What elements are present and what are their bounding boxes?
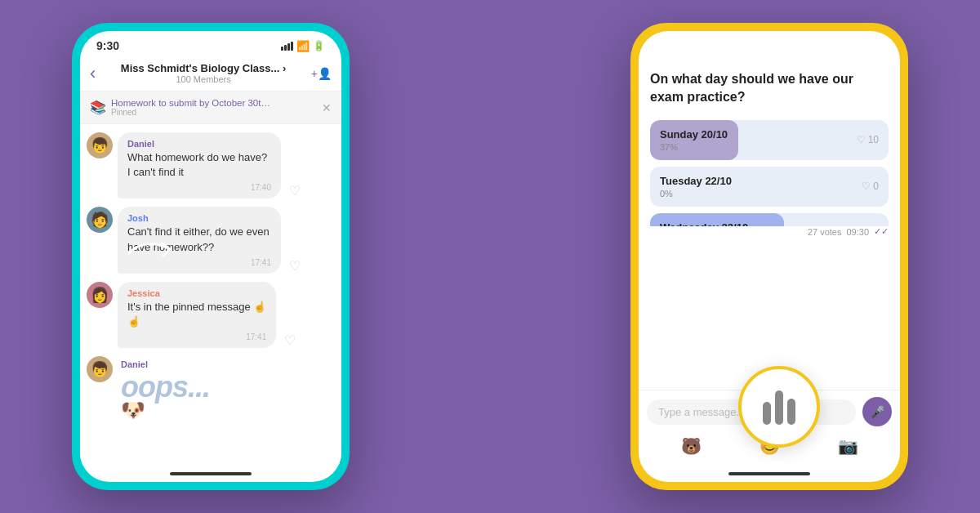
notch-left <box>162 31 260 49</box>
avatar-daniel: 👦 <box>87 132 113 158</box>
poll-option-content-2: Tuesday 22/10 0% ♡ 0 <box>660 175 879 199</box>
mic-bars <box>763 389 795 425</box>
header-title: Miss Schmidt's Biology Class... › <box>100 62 305 74</box>
wifi-icon: 📶 <box>296 40 310 52</box>
pinned-bar[interactable]: 📚 Homework to submit by October 30th: Pa… <box>80 91 341 124</box>
heart-button-1[interactable]: ♡ <box>289 183 301 199</box>
poll-label-1: Sunday 20/10 <box>660 128 728 141</box>
heart-button-2[interactable]: ♡ <box>289 258 301 274</box>
left-phone-inner: 9:30 📶 🔋 ‹ Miss Schmidt's Biology Cla <box>80 31 341 482</box>
camera-icon[interactable]: 📷 <box>838 436 858 456</box>
poll-time: 09:30 <box>846 227 869 237</box>
home-bar-right <box>728 472 810 475</box>
vote-count-1: 10 <box>868 134 879 145</box>
status-icons-left: 📶 🔋 <box>281 40 325 52</box>
pinned-content: 📚 Homework to submit by October 30th: Pa… <box>90 98 322 117</box>
poll-label-3: Wednesday 23/10 <box>660 221 748 226</box>
add-member-button[interactable]: +👤 <box>311 67 332 80</box>
mic-circle-button[interactable] <box>738 366 820 448</box>
poll-option-content-3: Wednesday 23/10 56% ♡ 15 <box>660 221 879 226</box>
home-bar <box>170 472 252 475</box>
scene: 9:30 📶 🔋 ‹ Miss Schmidt's Biology Cla <box>0 0 980 513</box>
message-time: 17:41 <box>127 332 266 341</box>
msg-bubble-daniel-1: Daniel What homework do we have? I can't… <box>118 132 281 199</box>
poll-pct-2: 0% <box>660 189 732 199</box>
pinned-emoji: 📚 <box>90 100 106 115</box>
pinned-text-area: Homework to submit by October 30th: Pag.… <box>111 98 322 117</box>
poll-option-1[interactable]: Sunday 20/10 37% ♡ 10 <box>650 120 889 160</box>
poll-heart-2[interactable]: ♡ 0 <box>862 181 879 192</box>
total-votes: 27 votes <box>808 227 842 237</box>
poll-option-2[interactable]: Tuesday 22/10 0% ♡ 0 <box>650 167 889 207</box>
avatar-josh: 🧑 <box>87 207 113 233</box>
signal-icon <box>281 42 293 51</box>
home-indicator-right <box>639 466 900 482</box>
sender-name: Daniel <box>127 139 271 149</box>
poll-content: On what day should we have our exam prac… <box>639 54 900 226</box>
message-text: What homework do we have? I can't find i… <box>127 150 271 180</box>
header-subtitle: 100 Members <box>100 74 305 84</box>
poll-heart-1[interactable]: ♡ 10 <box>857 134 879 145</box>
pinned-main-text: Homework to submit by October 30th: Pag.… <box>111 98 274 108</box>
poll-option-3[interactable]: Wednesday 23/10 56% ♡ 15 <box>650 213 889 226</box>
pinned-label: Pinned <box>111 108 322 117</box>
bubble: Daniel What homework do we have? I can't… <box>118 132 281 199</box>
poll-question: On what day should we have our exam prac… <box>650 70 889 107</box>
message-row-daniel-1: 👦 Daniel What homework do we have? I can… <box>87 132 335 199</box>
input-placeholder: Type a message... <box>658 406 745 418</box>
emoji-sticker-icon[interactable]: 🐻 <box>681 436 702 456</box>
message-row-daniel-sticker: 👦 Daniel oops... 🐶 <box>87 356 335 425</box>
mic-bar-3 <box>787 399 795 425</box>
left-phone: 9:30 📶 🔋 ‹ Miss Schmidt's Biology Cla <box>72 23 350 490</box>
mic-bar-1 <box>763 402 771 425</box>
message-row-jessica: 👩 Jessica It's in the pinned message ☝️☝… <box>87 282 335 348</box>
msg-bubble-jessica: Jessica It's in the pinned message ☝️☝️ … <box>118 282 276 348</box>
time-left: 9:30 <box>96 39 119 52</box>
messages-list: 👦 Daniel What homework do we have? I can… <box>80 124 341 466</box>
back-button[interactable]: ‹ <box>90 63 96 84</box>
sender-name: Jessica <box>127 288 266 298</box>
message-time: 17:40 <box>127 183 271 192</box>
send-button[interactable]: 🎤 <box>862 397 892 426</box>
heart-icon-2: ♡ <box>862 181 871 192</box>
sender-name: Josh <box>127 213 271 223</box>
arrow-pointer <box>121 229 170 261</box>
avatar-jessica: 👩 <box>87 282 113 308</box>
notch-right <box>720 31 818 49</box>
read-checkmark: ✓✓ <box>874 226 889 237</box>
heart-icon-1: ♡ <box>857 134 866 145</box>
chat-header: ‹ Miss Schmidt's Biology Class... › 100 … <box>80 57 341 91</box>
heart-button-3[interactable]: ♡ <box>284 332 296 348</box>
poll-footer: 27 votes 09:30 ✓✓ <box>639 226 900 242</box>
sticker-content: Daniel oops... 🐶 <box>118 356 213 425</box>
mic-bar-2 <box>775 390 783 425</box>
header-info: Miss Schmidt's Biology Class... › 100 Me… <box>100 62 305 84</box>
sticker-text: oops... <box>121 372 210 402</box>
mic-icon: 🎤 <box>871 405 884 418</box>
vote-count-2: 0 <box>873 181 879 192</box>
message-text: It's in the pinned message ☝️☝️ <box>127 300 266 329</box>
poll-pct-1: 37% <box>660 142 728 152</box>
battery-icon: 🔋 <box>313 40 325 51</box>
home-indicator-left <box>80 466 341 482</box>
poll-label-2: Tuesday 22/10 <box>660 175 732 187</box>
avatar-daniel-2: 👦 <box>87 356 113 382</box>
right-phone: On what day should we have our exam prac… <box>630 23 908 490</box>
bubble: Jessica It's in the pinned message ☝️☝️ … <box>118 282 276 348</box>
pinned-close-button[interactable]: ✕ <box>322 101 332 114</box>
poll-option-content-1: Sunday 20/10 37% ♡ 10 <box>660 128 879 152</box>
